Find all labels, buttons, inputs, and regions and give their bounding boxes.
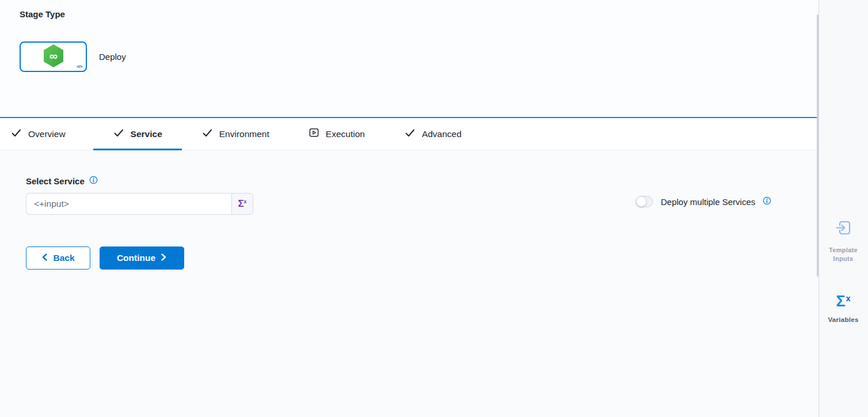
footer-actions: Back Continue xyxy=(26,247,184,270)
variables-label: Variables xyxy=(828,316,858,324)
code-view-glyph: </> xyxy=(77,64,82,69)
select-service-label-row: Select Service xyxy=(26,176,98,187)
stage-tab-bar: Overview Service Environment xyxy=(0,118,818,150)
template-inputs-button[interactable]: Template Inputs xyxy=(819,219,867,263)
tab-execution[interactable]: Execution xyxy=(289,118,384,150)
tab-label: Advanced xyxy=(422,129,462,139)
check-icon xyxy=(10,127,22,141)
tab-service[interactable]: Service xyxy=(93,118,182,150)
service-input-row: Σ x xyxy=(26,193,253,215)
select-service-label: Select Service xyxy=(26,176,85,186)
check-icon xyxy=(404,127,416,141)
service-input-wrap xyxy=(26,193,231,215)
info-icon[interactable] xyxy=(89,176,98,187)
template-inputs-icon xyxy=(835,219,852,239)
tab-label: Service xyxy=(131,129,162,139)
main-panel: Stage Type ∞ </> xyxy=(0,0,819,417)
tab-advanced[interactable]: Advanced xyxy=(384,118,481,150)
info-icon[interactable] xyxy=(763,196,771,207)
pipeline-stage-config-page: Stage Type ∞ </> xyxy=(0,0,868,417)
tab-label: Execution xyxy=(326,129,365,139)
deploy-multiple-services-toggle[interactable] xyxy=(635,196,653,207)
select-service-input[interactable] xyxy=(26,199,231,209)
toggle-knob xyxy=(636,196,646,207)
deploy-stage-icon: ∞ xyxy=(42,43,65,71)
sigma-icon: Σ xyxy=(238,194,243,214)
svg-text:∞: ∞ xyxy=(49,49,57,62)
runtime-input-sigma-button[interactable]: Σ x xyxy=(231,193,253,215)
continue-button[interactable]: Continue xyxy=(100,247,184,270)
back-button[interactable]: Back xyxy=(26,247,90,270)
variables-sigma-icon: Σ x xyxy=(836,293,851,310)
check-icon xyxy=(113,127,124,141)
execution-play-icon xyxy=(309,127,319,141)
stage-type-heading: Stage Type xyxy=(20,9,65,19)
variables-button[interactable]: Σ x Variables xyxy=(819,293,867,324)
tab-environment[interactable]: Environment xyxy=(182,118,289,150)
stage-type-section: Stage Type ∞ </> xyxy=(0,0,818,118)
tab-overview[interactable]: Overview xyxy=(0,118,93,150)
deploy-stage-label: Deploy xyxy=(99,52,126,62)
deploy-stage-card[interactable]: ∞ </> xyxy=(20,41,87,72)
continue-button-label: Continue xyxy=(117,253,155,263)
deploy-multiple-services-label: Deploy multiple Services xyxy=(661,197,755,207)
back-button-label: Back xyxy=(53,253,74,263)
chevron-right-icon xyxy=(161,253,167,264)
template-inputs-label: Template Inputs xyxy=(829,246,858,263)
right-rail: Template Inputs Σ x Variables xyxy=(819,0,867,417)
tab-label: Environment xyxy=(219,129,269,139)
sigma-superscript: x xyxy=(244,199,247,204)
deploy-multiple-services-row: Deploy multiple Services xyxy=(635,196,771,207)
chevron-left-icon xyxy=(41,253,48,264)
check-icon xyxy=(201,127,213,141)
service-tab-content: Select Service Σ x xyxy=(0,150,818,415)
tab-label: Overview xyxy=(28,129,66,139)
vertical-scrollbar[interactable] xyxy=(817,14,818,276)
